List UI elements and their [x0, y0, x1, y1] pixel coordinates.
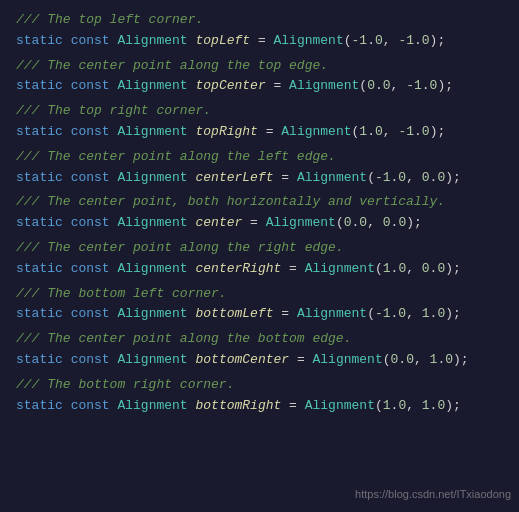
code-token: 0 — [344, 215, 352, 230]
code-token: = — [289, 352, 312, 367]
code-token — [63, 78, 71, 93]
code-token: Alignment — [266, 215, 336, 230]
code-statement: static const Alignment topCenter = Align… — [16, 76, 503, 97]
code-comment: /// The center point, both horizontally … — [16, 192, 503, 213]
code-token: -1 — [375, 170, 391, 185]
code-token: Alignment — [117, 78, 187, 93]
code-token: , — [406, 170, 422, 185]
code-token: 1 — [383, 261, 391, 276]
code-statement: static const Alignment centerRight = Ali… — [16, 259, 503, 280]
code-token — [63, 352, 71, 367]
code-token: const — [71, 352, 110, 367]
code-token: ( — [344, 33, 352, 48]
code-token: topCenter — [195, 78, 265, 93]
code-token: ); — [430, 33, 446, 48]
code-token: Alignment — [274, 33, 344, 48]
code-comment: /// The center point along the top edge. — [16, 56, 503, 77]
code-token: static — [16, 215, 63, 230]
code-token: ); — [445, 398, 461, 413]
code-token: ( — [359, 78, 367, 93]
code-token: . — [414, 124, 422, 139]
code-token: = — [281, 398, 304, 413]
code-token: static — [16, 170, 63, 185]
code-token: Alignment — [117, 306, 187, 321]
code-token: , — [406, 306, 422, 321]
code-token: 0 — [375, 124, 383, 139]
code-token: 1 — [422, 398, 430, 413]
code-token: ( — [367, 306, 375, 321]
code-token — [63, 124, 71, 139]
code-statement: static const Alignment bottomRight = Ali… — [16, 396, 503, 417]
code-token: ( — [336, 215, 344, 230]
code-token: 0 — [445, 352, 453, 367]
code-token: 0 — [383, 215, 391, 230]
code-token: ); — [445, 170, 461, 185]
code-token: Alignment — [117, 215, 187, 230]
code-statement: static const Alignment center = Alignmen… — [16, 213, 503, 234]
code-token: 0 — [422, 124, 430, 139]
code-comment: /// The center point along the bottom ed… — [16, 329, 503, 350]
code-token: centerLeft — [195, 170, 273, 185]
code-statement: static const Alignment centerLeft = Alig… — [16, 168, 503, 189]
code-token: 1 — [422, 306, 430, 321]
watermark: https://blog.csdn.net/ITxiaodong — [355, 486, 511, 504]
code-token: = — [274, 170, 297, 185]
code-statement: static const Alignment topLeft = Alignme… — [16, 31, 503, 52]
code-token: bottomCenter — [195, 352, 289, 367]
code-token: static — [16, 33, 63, 48]
code-token: 0 — [422, 33, 430, 48]
code-token: , — [406, 261, 422, 276]
code-editor: /// The top left corner.static const Ali… — [0, 0, 519, 512]
code-token: Alignment — [281, 124, 351, 139]
code-token: static — [16, 124, 63, 139]
code-token: , — [391, 78, 407, 93]
code-token: = — [281, 261, 304, 276]
code-token: center — [195, 215, 242, 230]
code-comment: /// The center point along the left edge… — [16, 147, 503, 168]
code-token: Alignment — [313, 352, 383, 367]
code-token — [63, 215, 71, 230]
code-token: ); — [445, 306, 461, 321]
code-token: static — [16, 352, 63, 367]
code-token: . — [367, 33, 375, 48]
code-token: = — [258, 124, 281, 139]
code-token: = — [250, 33, 273, 48]
code-token — [63, 398, 71, 413]
code-token: , — [383, 124, 399, 139]
code-token: , — [414, 352, 430, 367]
code-token: 1 — [359, 124, 367, 139]
code-token: -1 — [352, 33, 368, 48]
code-comment: /// The bottom right corner. — [16, 375, 503, 396]
code-token: 0 — [398, 306, 406, 321]
code-token: -1 — [406, 78, 422, 93]
code-token: -1 — [375, 306, 391, 321]
code-token: 0 — [359, 215, 367, 230]
code-token: 0 — [383, 78, 391, 93]
code-token: const — [71, 306, 110, 321]
code-token: static — [16, 261, 63, 276]
code-comment: /// The top right corner. — [16, 101, 503, 122]
code-token: . — [398, 352, 406, 367]
code-token: . — [375, 78, 383, 93]
code-token: ); — [430, 124, 446, 139]
code-token: Alignment — [289, 78, 359, 93]
code-token: . — [414, 33, 422, 48]
code-statement: static const Alignment bottomLeft = Alig… — [16, 304, 503, 325]
code-token: 0 — [406, 352, 414, 367]
code-token: , — [406, 398, 422, 413]
code-token: const — [71, 78, 110, 93]
code-token: const — [71, 398, 110, 413]
code-token: = — [266, 78, 289, 93]
code-token: const — [71, 215, 110, 230]
code-token: Alignment — [117, 398, 187, 413]
code-token: , — [367, 215, 383, 230]
code-token: = — [242, 215, 265, 230]
code-token: bottomRight — [195, 398, 281, 413]
code-token: const — [71, 170, 110, 185]
code-token: 0 — [422, 261, 430, 276]
code-token: , — [383, 33, 399, 48]
code-token: Alignment — [117, 352, 187, 367]
code-token — [63, 306, 71, 321]
code-token: . — [422, 78, 430, 93]
code-token: 1 — [383, 398, 391, 413]
